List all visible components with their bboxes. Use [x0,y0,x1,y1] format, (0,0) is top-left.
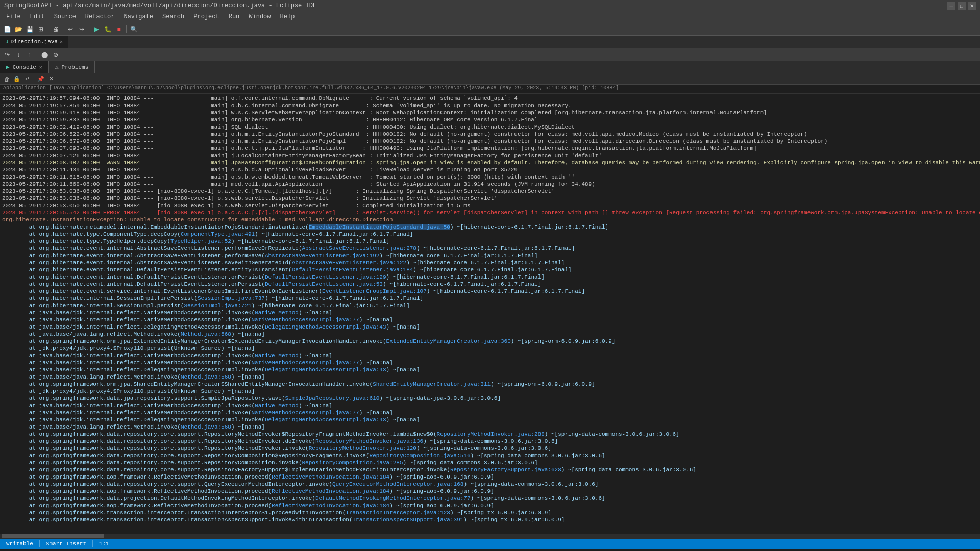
save-button[interactable]: 💾 [24,24,35,34]
console-tab-close[interactable]: ✕ [39,64,42,70]
open-button[interactable]: 📂 [13,24,23,34]
log-link[interactable]: TypeHelper.java:52 [170,238,231,244]
log-link[interactable]: AbstractSaveEventListener.java:278 [302,245,416,252]
log-link[interactable]: ReflectiveMethodInvocation.java:184 [272,503,389,509]
clear-console-button[interactable]: 🗑 [2,74,11,84]
log-link[interactable]: DefaultPersistEventListener.java:53 [265,281,383,287]
log-link[interactable]: TransactionInterceptor.java:123 [346,510,450,516]
log-line: 2023-05-29T17:20:53.050-06:00 INFO 10884… [2,202,978,209]
log-link[interactable]: TransactionAspectSupport.java:391 [353,517,464,523]
run-button[interactable]: ▶ [91,24,102,34]
minimize-button[interactable]: ─ [947,2,955,10]
log-line: at org.springframework.data.repository.c… [2,438,978,445]
log-line: at org.springframework.data.repository.c… [2,431,978,438]
menu-help[interactable]: Help [276,12,299,21]
log-link[interactable]: Method.java:568 [181,331,231,337]
menu-source[interactable]: Source [50,12,80,21]
window-title: SpringBootAPI - api/src/main/java/med/vo… [4,2,947,9]
log-link[interactable]: SessionImpl.java:721 [184,303,251,309]
log-line: at org.springframework.aop.framework.Ref… [2,502,978,509]
log-link[interactable]: Native Method [255,310,299,316]
log-link[interactable]: RepositoryMethodInvoker.java:136 [315,438,423,444]
secondary-toolbar: ↷ ↓ ↑ ⬤ ⊘ [0,48,980,61]
log-link[interactable]: DelegatingMethodAccessorImpl.java:43 [265,324,386,330]
log-link[interactable]: NativeMethodAccessorImpl.java:77 [251,360,359,366]
log-line: at java.base/jdk.internal.reflect.Native… [2,352,978,359]
log-line: 2023-05-29T17:19:59.918-06:00 INFO 10884… [2,109,978,116]
log-link[interactable]: ReflectiveMethodInvocation.java:184 [272,488,389,494]
scrollbar-thumb[interactable] [2,534,104,538]
log-line: 2023-05-29T17:20:08.987-06:00 WARN 10884… [2,159,978,166]
console-info-text: ApiApplication [Java Application] C:\Use… [3,85,619,91]
log-link[interactable]: EventListenerGroupImpl.java:107 [322,288,427,294]
undo-button[interactable]: ↩ [65,24,76,34]
log-link[interactable]: DefaultPersistEventListener.java:184 [292,267,413,273]
log-link[interactable]: DelegatingMethodAccessorImpl.java:43 [265,417,386,423]
log-link[interactable]: ReflectiveMethodInvocation.java:184 [272,474,389,480]
log-link[interactable]: QueryExecutorMethodInterceptor.java:168 [332,481,463,487]
step-over-button[interactable]: ↷ [2,49,12,60]
menu-window[interactable]: Window [244,12,275,21]
log-link[interactable]: AbstractSaveEventListener.java:192 [265,253,379,259]
editor-tab-direccion[interactable]: J Direccion.java ✕ [0,36,68,48]
maximize-button[interactable]: □ [958,2,966,10]
log-link[interactable]: ExtendedEntityManagerCreator.java:360 [386,338,511,344]
new-button[interactable]: 📄 [2,24,12,34]
console-tab-console[interactable]: ▶ Console ✕ [0,61,49,73]
close-console-button[interactable]: ✕ [46,74,56,84]
log-link[interactable]: DelegatingMethodAccessorImpl.java:43 [265,367,386,373]
horizontal-scrollbar[interactable] [0,534,980,539]
log-link[interactable]: RepositoryMethodInvoker.java:288 [437,431,545,437]
log-link[interactable]: EmbeddableInstantiatorPojoStandard.java:… [309,224,450,230]
close-button[interactable]: ✕ [968,2,976,10]
log-link[interactable]: Method.java:568 [181,424,231,430]
save-all-button[interactable]: ⊞ [36,24,46,34]
log-line: at java.base/jdk.internal.reflect.Native… [2,409,978,416]
log-line: at org.springframework.transaction.inter… [2,509,978,516]
print-button[interactable]: 🖨 [51,24,61,34]
menu-run[interactable]: Run [225,12,244,21]
console-log-area[interactable]: 2023-05-29T17:19:57.094-06:00 INFO 10884… [0,94,980,534]
menu-file[interactable]: File [2,12,25,21]
debug-button[interactable]: 🐛 [103,24,113,34]
console-tab-bar: ▶ Console ✕ ⚠ Problems [0,61,980,73]
log-link[interactable]: ComponentType.java:491 [181,231,255,237]
toggle-breakpoint-button[interactable]: ⬤ [39,49,50,60]
log-link[interactable]: NativeMethodAccessorImpl.java:77 [251,410,359,416]
search-button[interactable]: 🔍 [129,24,139,34]
log-link[interactable]: RepositoryMethodInvoker.java:120 [309,445,416,452]
log-line: at org.springframework.orm.jpa.SharedEnt… [2,381,978,388]
log-link[interactable]: DefaultPersistEventListener.java:129 [265,274,386,280]
console-tab-problems[interactable]: ⚠ Problems [49,61,95,73]
log-link[interactable]: SimpleJpaRepository.java:610 [285,395,380,402]
scroll-lock-button[interactable]: 🔒 [12,74,21,84]
menu-refactor[interactable]: Refactor [81,12,119,21]
log-line: at org.springframework.data.projection.D… [2,495,978,502]
step-return-button[interactable]: ↑ [24,49,35,60]
console-toolbar-sep1 [34,75,34,83]
skip-all-breakpoints-button[interactable]: ⊘ [51,49,61,60]
log-link[interactable]: AbstractSaveEventListener.java:122 [292,260,406,266]
log-link[interactable]: RepositoryComposition.java:516 [370,453,471,459]
log-link[interactable]: RepositoryFactorySupport.java:628 [450,467,561,473]
log-link[interactable]: Method.java:568 [181,374,231,380]
menu-edit[interactable]: Edit [26,12,49,21]
pin-console-button[interactable]: 📌 [36,74,45,84]
toolbar-separator-3 [89,25,89,33]
redo-button[interactable]: ↪ [77,24,87,34]
stop-button[interactable]: ■ [114,24,124,34]
log-link[interactable]: Native Method [255,353,299,359]
menu-search[interactable]: Search [158,12,188,21]
window-controls[interactable]: ─ □ ✕ [947,2,976,10]
log-link[interactable]: RepositoryComposition.java:285 [302,460,403,466]
menu-navigate[interactable]: Navigate [119,12,157,21]
log-link[interactable]: SessionImpl.java:737 [198,295,265,302]
log-link[interactable]: Native Method [255,403,299,409]
menu-project[interactable]: Project [189,12,223,21]
log-link[interactable]: DefaultMethodInvokingMethodInterceptor.j… [315,495,471,502]
tab-close-button[interactable]: ✕ [60,39,63,45]
log-link[interactable]: NativeMethodAccessorImpl.java:77 [251,317,359,323]
log-link[interactable]: SharedEntityManagerCreator.java:311 [373,381,491,387]
step-into-button[interactable]: ↓ [13,49,23,60]
word-wrap-button[interactable]: ↵ [22,74,32,84]
